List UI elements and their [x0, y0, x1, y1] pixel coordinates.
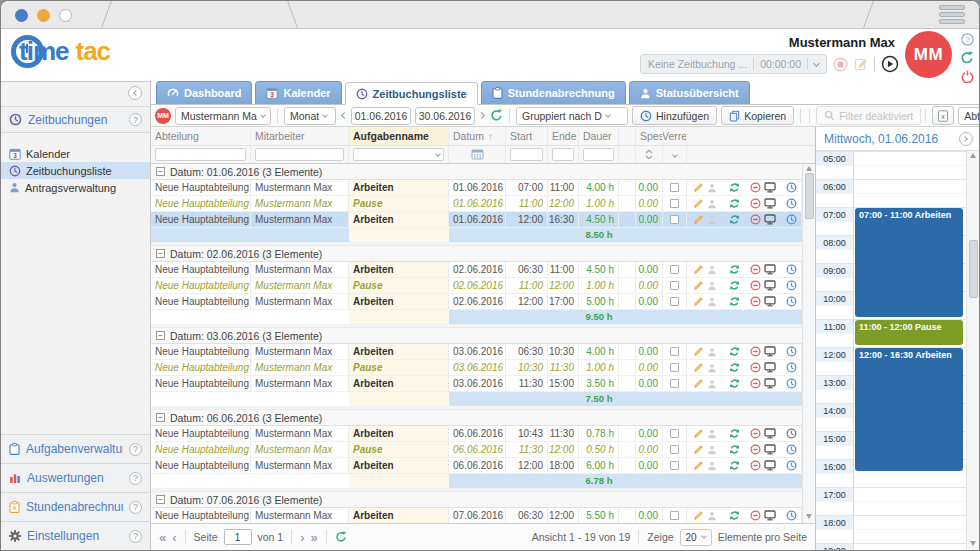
collapse-group-icon[interactable]: −	[156, 495, 165, 504]
column-header-Dauer[interactable]: Dauer	[579, 127, 619, 145]
column-header-Ende[interactable]: Ende	[548, 127, 579, 145]
booking-row[interactable]: Neue HauptabteilungMustermann MaxPause06…	[151, 442, 802, 458]
filter-input[interactable]	[255, 148, 344, 161]
help-icon[interactable]: ?	[129, 501, 142, 514]
column-header-Aufgabenname[interactable]: Aufgabenname	[349, 127, 449, 145]
time-clock-icon[interactable]	[786, 346, 797, 357]
scroll-down-icon[interactable]	[970, 541, 976, 546]
sync-icon[interactable]	[729, 346, 740, 357]
delete-icon[interactable]	[750, 460, 761, 471]
billed-checkbox[interactable]	[670, 445, 679, 454]
booking-row[interactable]: Neue HauptabteilungMustermann MaxArbeite…	[151, 344, 802, 360]
delete-icon[interactable]	[750, 362, 761, 373]
terminal-icon[interactable]	[764, 280, 776, 291]
group-by-select[interactable]: Gruppiert nach D	[516, 107, 628, 125]
terminal-icon[interactable]	[764, 214, 776, 225]
delete-icon[interactable]	[750, 198, 761, 209]
booking-row[interactable]: Neue HauptabteilungMustermann MaxArbeite…	[151, 376, 802, 392]
next-page-button[interactable]: ›	[300, 531, 304, 544]
booking-row[interactable]: Neue HauptabteilungMustermann MaxArbeite…	[151, 180, 802, 196]
edit-icon[interactable]	[693, 428, 704, 439]
time-clock-icon[interactable]	[786, 378, 797, 389]
sync-icon[interactable]	[729, 378, 740, 389]
filter-button[interactable]: Filter deaktiviert	[816, 106, 921, 125]
column-header-Start[interactable]: Start	[506, 127, 548, 145]
calendar-event[interactable]: 11:00 - 12:00 Pause	[855, 320, 963, 345]
column-header-spacer[interactable]	[619, 127, 636, 145]
assign-user-icon[interactable]	[707, 445, 717, 455]
edit-icon[interactable]	[693, 198, 704, 209]
booking-row[interactable]: Neue HauptabteilungMustermann MaxArbeite…	[151, 426, 802, 442]
terminal-icon[interactable]	[764, 460, 776, 471]
filter-dropdown-icon[interactable]	[672, 152, 678, 158]
assign-user-icon[interactable]	[707, 429, 717, 439]
sync-icon[interactable]	[729, 198, 740, 209]
collapse-group-icon[interactable]: −	[156, 249, 165, 258]
filter-input[interactable]	[552, 148, 574, 161]
delete-icon[interactable]	[750, 444, 761, 455]
sidebar-item-kalender[interactable]: 3Kalender	[1, 145, 150, 162]
window-button-minimize[interactable]	[37, 9, 50, 22]
assign-user-icon[interactable]	[707, 297, 717, 307]
sort-asc-icon[interactable]: ↑	[488, 131, 493, 142]
delete-icon[interactable]	[750, 428, 761, 439]
sync-icon[interactable]	[729, 444, 740, 455]
terminal-icon[interactable]	[764, 296, 776, 307]
sync-icon[interactable]	[729, 428, 740, 439]
assign-user-icon[interactable]	[707, 183, 717, 193]
sync-icon[interactable]	[729, 362, 740, 373]
time-clock-icon[interactable]	[786, 362, 797, 373]
booking-row[interactable]: Neue HauptabteilungMustermann MaxArbeite…	[151, 212, 802, 228]
filter-select[interactable]	[353, 148, 444, 161]
terminal-icon[interactable]	[764, 362, 776, 373]
group-header[interactable]: −Datum: 07.06.2016 (3 Elemente)	[151, 492, 802, 508]
edit-icon[interactable]	[693, 378, 704, 389]
edit-icon[interactable]	[693, 444, 704, 455]
group-header[interactable]: −Datum: 02.06.2016 (3 Elemente)	[151, 246, 802, 262]
toolbar-avatar[interactable]: MM	[155, 108, 171, 124]
window-button-maximize[interactable]	[59, 9, 72, 22]
booking-row[interactable]: Neue HauptabteilungMustermann MaxArbeite…	[151, 508, 802, 523]
sync-icon[interactable]	[729, 510, 740, 521]
terminal-icon[interactable]	[764, 182, 776, 193]
time-clock-icon[interactable]	[786, 280, 797, 291]
edit-icon[interactable]	[693, 280, 704, 291]
sidebar-section-aufgabenverwaltung[interactable]: Aufgabenverwaltung?	[1, 434, 150, 463]
billed-checkbox[interactable]	[670, 347, 679, 356]
calendar-filter-icon[interactable]	[471, 146, 484, 163]
copy-button[interactable]: Kopieren	[721, 106, 794, 125]
tab-zeitbuchungsliste[interactable]: Zeitbuchungsliste	[345, 82, 478, 105]
billed-checkbox[interactable]	[670, 265, 679, 274]
sidebar-section-stundenabrechnung[interactable]: AStundenabrechnung?	[1, 492, 150, 521]
edit-icon[interactable]	[693, 214, 704, 225]
collapse-group-icon[interactable]: −	[156, 413, 165, 422]
start-tracking-icon[interactable]	[881, 55, 899, 73]
current-booking-select[interactable]: Keine Zeitbuchung ... 00:00:00	[640, 54, 827, 74]
booking-row[interactable]: Neue HauptabteilungMustermann MaxArbeite…	[151, 458, 802, 474]
edit-icon[interactable]	[693, 460, 704, 471]
tab-dashboard[interactable]: Dashboard	[156, 81, 252, 104]
column-header-Datum[interactable]: Datum ↑	[449, 127, 506, 145]
sync-icon[interactable]	[729, 280, 740, 291]
time-clock-icon[interactable]	[786, 182, 797, 193]
scroll-up-icon[interactable]	[806, 166, 812, 171]
time-clock-icon[interactable]	[786, 198, 797, 209]
delete-icon[interactable]	[750, 280, 761, 291]
next-period-button[interactable]	[479, 113, 486, 118]
booking-row[interactable]: Neue HauptabteilungMustermann MaxPause02…	[151, 278, 802, 294]
billed-checkbox[interactable]	[670, 511, 679, 520]
browser-menu-icon[interactable]	[939, 5, 965, 24]
billed-checkbox[interactable]	[670, 199, 679, 208]
sidebar-section-einstellungen[interactable]: Einstellungen?	[1, 521, 150, 550]
tab-kalender[interactable]: 3Kalender	[255, 81, 341, 104]
toolbar-refresh-icon[interactable]	[490, 109, 503, 122]
calendar-event[interactable]: 12:00 - 16:30 Arbeiten	[855, 348, 963, 471]
column-header-Spesen[interactable]: Spesen	[636, 127, 663, 145]
filter-input[interactable]	[583, 148, 614, 161]
sync-icon[interactable]	[729, 460, 740, 471]
time-clock-icon[interactable]	[786, 510, 797, 521]
pagination-refresh-icon[interactable]	[335, 531, 347, 543]
booking-row[interactable]: Neue HauptabteilungMustermann MaxArbeite…	[151, 262, 802, 278]
stop-tracking-icon[interactable]	[833, 57, 848, 72]
last-page-button[interactable]: »	[311, 531, 318, 544]
